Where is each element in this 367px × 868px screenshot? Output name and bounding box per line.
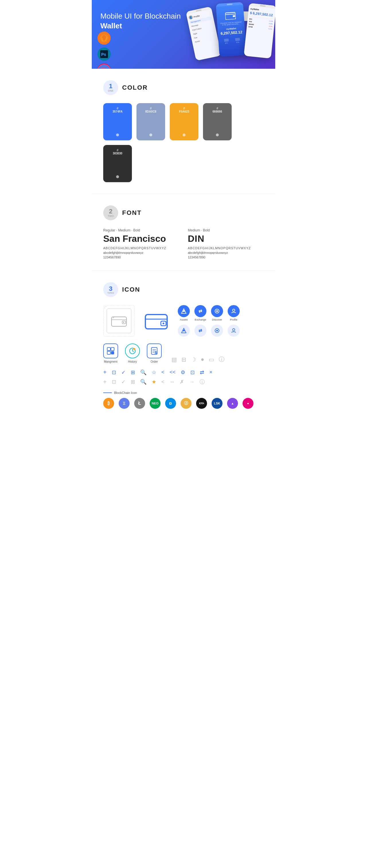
phone-mockup-1: 👤 Profile Management Message Paid Collec…	[186, 6, 221, 61]
section-number-3: 3 THREE ICON	[103, 282, 264, 297]
nav-icons-container: Assets Exchange Discover	[178, 305, 240, 337]
crypto-dash: Đ	[165, 398, 176, 409]
swatch-orange: # F5A623	[170, 103, 198, 141]
font-style-din: Medium · Bold	[188, 228, 264, 232]
icon-arrows: ⇄	[200, 369, 204, 376]
icon-search: 🔍	[140, 369, 146, 376]
svg-point-11	[163, 322, 164, 324]
wallet-icon-display: Assets Exchange Discover	[103, 305, 264, 337]
swatch-blue-gray: # 8DA0C8	[137, 103, 165, 141]
font-lowercase-din: abcdefghijklmnopqrstuvwxyz	[188, 251, 264, 254]
font-style-sf: Regular · Medium · Bold	[103, 228, 179, 232]
crypto-bitcoin: ₿	[103, 398, 114, 409]
icon-profile-ghost	[228, 324, 240, 337]
icon-search-gray: 🔍	[140, 379, 146, 385]
svg-text:●: ●	[133, 348, 135, 350]
icon-exchange-ghost	[194, 324, 206, 337]
section-number-1: 1 ONE COLOR	[103, 80, 264, 95]
font-uppercase-din: ABCDEFGHIJKLMNOPQRSTUVWXYZ	[188, 246, 264, 250]
icon-star-active: ★	[152, 379, 156, 385]
icon-plus: +	[103, 369, 107, 376]
icon-discover: Discover	[211, 305, 223, 321]
icon-assets-ghost	[178, 324, 190, 337]
color-swatches-container: # 3574FA # 8DA0C8 # F5A623 # 666666 # 30…	[103, 103, 264, 182]
font-numbers-din: 1234567890	[188, 255, 264, 259]
crypto-zcash: ⓩ	[181, 398, 192, 409]
phone-mockup-2: Character may be mastered in the great m…	[216, 2, 247, 57]
svg-point-8	[123, 322, 124, 323]
icon-info: ⓘ	[219, 355, 225, 363]
icon-grid-edit: ⊡	[112, 369, 116, 376]
svg-point-18	[183, 330, 185, 332]
number-one-circle: 1 ONE	[103, 80, 118, 95]
icon-settings: ⚙	[181, 369, 185, 376]
sketch-badge	[97, 32, 111, 45]
blockchain-icon-label: BlockChain Icon	[103, 391, 264, 395]
icon-layers: ⊟	[181, 356, 186, 363]
icon-check-gray: ✓	[121, 379, 125, 385]
icon-chat: ▭	[209, 356, 214, 363]
icon-colored-container	[140, 305, 172, 337]
phone-mockup-3: myWallet $ 6,297,502.12 BTC+1.2% ETH+0.8…	[244, 3, 275, 59]
svg-point-20	[216, 330, 218, 332]
svg-point-13	[183, 310, 185, 312]
svg-point-16	[232, 309, 235, 311]
svg-rect-22	[107, 347, 110, 351]
app-icons-row: Mangment ● History Order ▤	[103, 343, 264, 363]
swatch-blue: # 3574FA	[103, 103, 132, 141]
font-section: 2 TWO FONT Regular · Medium · Bold San F…	[92, 194, 275, 271]
crypto-icons-row: ₿ Ξ Ł NEO Đ ⓩ IOTA LSK ▲ ●	[103, 398, 264, 409]
icon-history-app: ● History	[125, 343, 140, 363]
section-number-2: 2 TWO FONT	[103, 206, 264, 220]
icon-share-gray: ↔	[169, 379, 175, 385]
font-name-sf: San Francisco	[103, 234, 179, 244]
tool-icons-gray: + ⊡ ✓ ⊞ 🔍 ★ < ↔ ✗ → ⓘ	[103, 378, 264, 385]
font-numbers-sf: 1234567890	[103, 255, 179, 259]
font-name-din: DIN	[188, 234, 264, 244]
icon-star: ☆	[152, 369, 156, 376]
photoshop-badge: Ps	[97, 48, 111, 61]
swatch-dark: # 303030	[103, 145, 132, 182]
wallet-colored-svg	[145, 312, 168, 330]
crypto-dot: ●	[243, 398, 253, 409]
swatch-dot	[149, 133, 152, 136]
svg-rect-9	[145, 314, 167, 329]
font-din: Medium · Bold DIN ABCDEFGHIJKLMNOPQRSTUV…	[188, 228, 264, 259]
icon-management-app: Mangment	[103, 343, 118, 363]
icon-qr-gray: ⊞	[131, 379, 135, 385]
font-lowercase-sf: abcdefghijklmnopqrstuvwxyz	[103, 251, 179, 254]
icon-plus-gray: +	[103, 379, 107, 385]
svg-point-15	[216, 310, 218, 312]
icon-label: ICON	[122, 286, 140, 293]
color-label: COLOR	[122, 84, 148, 91]
icon-x-gray: ✗	[180, 379, 184, 385]
icon-circle: ●	[201, 356, 204, 363]
crypto-lisk: LSK	[211, 398, 223, 409]
svg-point-21	[232, 329, 235, 331]
number-two-circle: 2 TWO	[103, 206, 118, 220]
icon-wireframe-container	[103, 305, 135, 337]
icon-info-gray: ⓘ	[200, 378, 205, 385]
svg-rect-5	[232, 15, 235, 17]
icon-back: <	[162, 369, 165, 375]
font-san-francisco: Regular · Medium · Bold San Francisco AB…	[103, 228, 179, 259]
icon-discover-ghost	[211, 324, 223, 337]
icon-check: ✓	[121, 369, 125, 376]
icon-text: ▤	[171, 356, 177, 363]
swatch-dot	[216, 133, 219, 136]
icon-section: 3 THREE ICON	[92, 271, 275, 420]
crypto-neo: NEO	[150, 398, 161, 409]
svg-rect-23	[111, 347, 114, 351]
font-uppercase-sf: ABCDEFGHIJKLMNOPQRSTUVWXYZ	[103, 246, 179, 250]
count-number: 60+	[101, 67, 107, 69]
icon-assets: Assets	[178, 305, 190, 321]
crypto-litecoin: Ł	[134, 398, 145, 409]
svg-text:Ps: Ps	[101, 52, 106, 57]
icon-qr: ⊞	[131, 369, 135, 376]
icon-back-gray: <	[162, 379, 165, 385]
swatch-dot	[116, 175, 119, 178]
hero-title: Mobile UI for Blockchain Wallet	[101, 11, 186, 31]
icon-arrow-right: →	[189, 379, 194, 385]
icon-share: <<	[169, 369, 175, 375]
svg-rect-6	[112, 317, 126, 326]
